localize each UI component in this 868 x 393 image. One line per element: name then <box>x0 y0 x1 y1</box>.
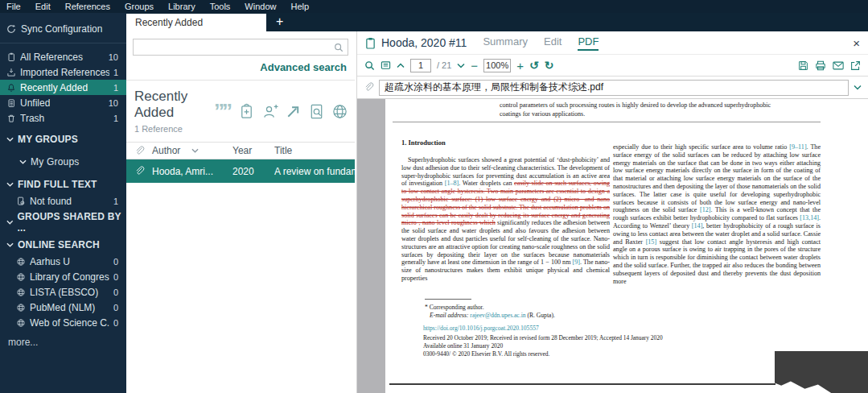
tab-edit[interactable]: Edit <box>544 35 562 51</box>
sidebar-item-unfiled[interactable]: Unfiled 10 <box>0 95 126 110</box>
zoom-out-icon[interactable]: − <box>471 60 478 72</box>
sidebar-sync-configuration[interactable]: Sync Configuration <box>0 19 126 39</box>
sidebar-item-lista-ebsco[interactable]: LISTA (EBSCO) 0 <box>0 284 126 300</box>
attachment-filename-input[interactable] <box>379 80 849 96</box>
sidebar-item-trash[interactable]: Trash 1 <box>0 110 126 126</box>
search-input[interactable] <box>133 39 348 56</box>
sidebar-item-label: Recently Added <box>20 82 88 93</box>
menu-library[interactable]: Library <box>168 2 195 11</box>
sidebar-item-not-found[interactable]: Not found 1 <box>0 193 126 209</box>
close-icon[interactable]: × <box>853 36 860 50</box>
sidebar-more-link[interactable]: more... <box>0 330 126 348</box>
references-icon <box>6 52 16 62</box>
tab-strip: Recently Added + <box>126 13 868 31</box>
export-arrow-icon[interactable] <box>285 103 302 120</box>
column-year[interactable]: Year <box>232 145 274 156</box>
globe-icon <box>16 318 26 328</box>
menu-tools[interactable]: Tools <box>210 2 231 11</box>
print-icon[interactable] <box>815 60 826 71</box>
tab-label: Recently Added <box>135 17 203 28</box>
tab-pdf[interactable]: PDF <box>578 35 599 51</box>
copy-reference-icon[interactable] <box>238 103 255 120</box>
pdf-search-icon[interactable] <box>364 60 375 71</box>
reference-row-selected[interactable]: Hooda, Amri... 2020 A review on fundamen… <box>126 159 355 183</box>
sidebar-item-label: All References <box>20 52 83 63</box>
search-icon[interactable] <box>334 43 343 52</box>
chevron-down-icon <box>19 159 27 164</box>
pdf-toolbar: / 21 − + ↺ ↻ <box>357 55 868 77</box>
chevron-down-icon <box>6 137 14 142</box>
sidebar-item-label: Library of Congress <box>30 271 109 283</box>
column-title[interactable]: Title <box>274 145 355 156</box>
sidebar-section-online-search[interactable]: ONLINE SEARCH <box>0 236 126 254</box>
doi-link[interactable]: https://doi.org/10.1016/j.porgcoat.2020.… <box>423 325 539 332</box>
section-label: ONLINE SEARCH <box>18 239 100 250</box>
sidebar-item-my-groups[interactable]: My Groups <box>0 153 126 171</box>
sidebar-item-label: Trash <box>20 113 44 124</box>
sidebar-item-library-of-congress[interactable]: Library of Congress 0 <box>0 269 126 284</box>
sidebar-section-groups-shared[interactable]: GROUPS SHARED BY ... <box>0 213 126 231</box>
item-count: 1 <box>113 196 118 206</box>
tab-summary[interactable]: Summary <box>483 35 528 51</box>
open-external-icon[interactable] <box>850 60 861 71</box>
sidebar-item-aarhus-u[interactable]: Aarhus U 0 <box>0 254 126 269</box>
item-count: 10 <box>109 52 118 62</box>
attachment-paperclip-icon <box>364 82 374 93</box>
online-search-globe-icon[interactable] <box>331 103 348 120</box>
sidebar-item-all-references[interactable]: All References 10 <box>0 49 126 64</box>
footnote-rule <box>425 299 471 300</box>
panel-title: Recently Added <box>134 89 214 121</box>
menu-references[interactable]: References <box>65 2 110 11</box>
menu-edit[interactable]: Edit <box>35 2 51 11</box>
sidebar-item-web-of-science[interactable]: Web of Science C... 0 <box>0 315 126 330</box>
citation-quote-icon[interactable]: ”” <box>214 103 230 119</box>
email-icon[interactable] <box>833 61 844 70</box>
paperclip-icon <box>134 166 145 176</box>
tab-recently-added[interactable]: Recently Added <box>126 14 266 31</box>
find-full-text-icon[interactable] <box>308 103 325 120</box>
email-link[interactable]: rajeev@ddn.upes.ac.in <box>468 312 525 319</box>
pdf-page-margin <box>357 99 385 393</box>
section-heading: 1. Introduction <box>401 139 446 147</box>
next-page-icon[interactable] <box>457 63 465 68</box>
new-tab-button[interactable]: + <box>276 13 283 31</box>
menu-window[interactable]: Window <box>245 2 276 11</box>
item-count: 0 <box>113 318 118 328</box>
sidebar-divider <box>0 43 126 43</box>
pdf-header: Hooda, 2020 #11 Summary Edit PDF × <box>357 31 868 55</box>
page-number-input[interactable] <box>410 59 431 72</box>
sidebar-sync-label: Sync Configuration <box>21 23 102 35</box>
sidebar-section-my-groups[interactable]: MY GROUPS <box>0 130 126 148</box>
annotations-icon[interactable] <box>381 60 391 71</box>
menu-help[interactable]: Help <box>290 2 309 11</box>
pdf-panel: Hooda, 2020 #11 Summary Edit PDF × / 21 … <box>356 31 868 393</box>
pdf-page-view[interactable]: control parameters of such processing ro… <box>357 99 868 393</box>
paperclip-icon[interactable] <box>134 146 145 156</box>
menu-file[interactable]: File <box>6 2 21 11</box>
attachment-chevron-down-icon[interactable] <box>854 85 862 90</box>
column-label: Author <box>152 145 180 156</box>
share-user-icon[interactable] <box>261 103 278 120</box>
rotate-left-icon[interactable]: ↺ <box>529 59 539 72</box>
sidebar-item-imported-references[interactable]: Imported References 1 <box>0 64 126 80</box>
rotate-right-icon[interactable]: ↻ <box>545 59 554 72</box>
sidebar-item-pubmed-nlm[interactable]: PubMed (NLM) 0 <box>0 300 126 315</box>
advanced-search-link[interactable]: Advanced search <box>126 61 347 73</box>
item-count: 1 <box>113 83 118 93</box>
sidebar-item-recently-added[interactable]: Recently Added 1 <box>0 80 126 95</box>
section-rule <box>393 122 821 122</box>
bell-icon <box>6 83 16 93</box>
panel-header: Recently Added 1 Reference ”” <box>126 81 355 135</box>
zoom-in-icon[interactable]: + <box>516 60 524 72</box>
abstract-text-line: coatings for various applications. <box>500 110 585 118</box>
item-count: 0 <box>113 257 118 267</box>
item-count: 0 <box>113 272 118 282</box>
column-author[interactable]: Author <box>152 145 232 156</box>
save-icon[interactable] <box>798 60 808 71</box>
row-author: Hooda, Amri... <box>152 166 232 177</box>
sidebar-section-find-full-text[interactable]: FIND FULL TEXT <box>0 176 126 193</box>
table-header: Author Year Title <box>126 142 355 159</box>
zoom-level-input[interactable] <box>483 59 511 72</box>
previous-page-icon[interactable] <box>397 63 405 68</box>
menu-groups[interactable]: Groups <box>125 2 154 11</box>
